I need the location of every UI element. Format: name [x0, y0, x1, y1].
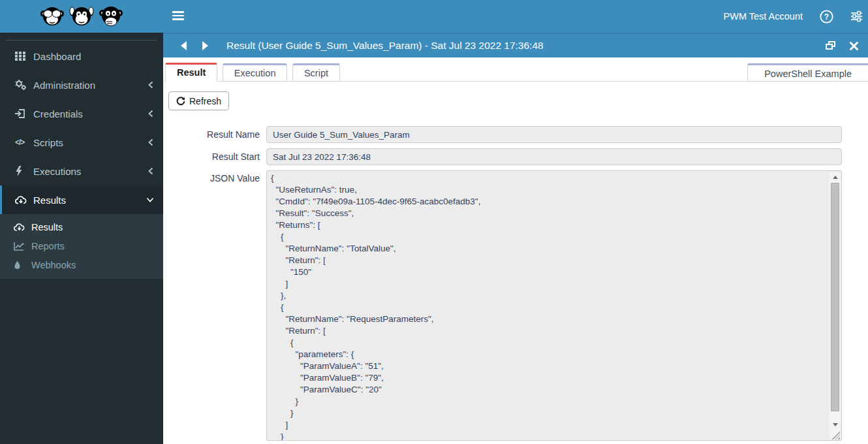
top-navbar: PWM Test Account ? — [163, 0, 868, 33]
chevron-left-icon — [147, 81, 154, 89]
close-icon[interactable] — [849, 41, 859, 51]
tab-script[interactable]: Script — [292, 63, 340, 82]
result-start-field[interactable] — [266, 148, 842, 165]
sidebar-divider — [6, 40, 157, 40]
result-start-row: Result Start — [163, 148, 868, 165]
chart-line-icon — [14, 242, 31, 251]
submenu-item-label: Webhooks — [31, 260, 76, 270]
sidebar: Dashboard Administration — [0, 0, 163, 444]
tab-result[interactable]: Result — [165, 63, 217, 82]
account-menu[interactable]: PWM Test Account — [724, 11, 803, 22]
sidebar-item-label: Administration — [33, 80, 95, 91]
cloud-download-icon — [14, 223, 31, 232]
submenu-item-webhooks[interactable]: Webhooks — [0, 255, 163, 274]
refresh-label: Refresh — [189, 96, 221, 106]
json-value-row: JSON Value { "UseReturnAs": true, "CmdId… — [163, 170, 868, 441]
sidebar-item-executions[interactable]: Executions — [0, 157, 163, 185]
submenu-item-reports[interactable]: Reports — [0, 236, 163, 255]
sidebar-item-label: Dashboard — [33, 51, 81, 62]
json-value-label: JSON Value — [163, 170, 266, 441]
results-submenu: Results Reports Webhooks — [0, 214, 163, 279]
app-window: Dashboard Administration — [0, 0, 868, 444]
result-window-titlebar: Result (User Guide 5_Sum_Values_Param) -… — [163, 33, 868, 57]
scroll-down-icon[interactable] — [829, 419, 841, 430]
sidebar-item-label: Scripts — [33, 137, 63, 148]
code-icon: </> — [15, 138, 33, 147]
brand-logo[interactable] — [0, 0, 163, 33]
tabs-row: Result Execution Script PowerShell Examp… — [163, 63, 868, 82]
question-circle-icon[interactable]: ? — [820, 10, 833, 24]
restore-window-icon[interactable] — [826, 41, 836, 50]
sidebar-item-dashboard[interactable]: Dashboard — [0, 42, 163, 71]
result-name-row: Result Name — [163, 126, 868, 143]
result-name-label: Result Name — [163, 126, 266, 143]
hear-no-evil-monkey-icon — [68, 3, 95, 29]
scrollbar-thumb[interactable] — [831, 183, 839, 411]
tab-powershell-example[interactable]: PowerShell Example — [747, 63, 868, 82]
json-value-text[interactable]: { "UseReturnAs": true, "CmdId": "7f49e09… — [267, 171, 829, 440]
sidebar-item-label: Credentials — [33, 108, 83, 119]
sidebar-item-administration[interactable]: Administration — [0, 71, 163, 99]
bolt-icon — [15, 166, 33, 176]
sign-in-icon — [15, 108, 33, 119]
svg-text:?: ? — [824, 12, 829, 22]
result-start-label: Result Start — [163, 148, 266, 165]
refresh-button[interactable]: Refresh — [168, 91, 229, 110]
resize-grip[interactable] — [832, 432, 840, 439]
sidebar-item-scripts[interactable]: </> Scripts — [0, 128, 163, 157]
caret-left-icon[interactable] — [181, 41, 187, 50]
chevron-left-icon — [147, 138, 154, 146]
result-panel: Result Execution Script PowerShell Examp… — [163, 57, 868, 444]
tab-execution[interactable]: Execution — [223, 63, 288, 82]
vertical-scrollbar — [829, 172, 841, 439]
submenu-item-label: Reports — [31, 241, 65, 251]
chevron-left-icon — [147, 167, 154, 175]
sidebar-item-label: Results — [33, 195, 66, 206]
chevron-left-icon — [147, 110, 154, 118]
result-form: Result Name Result Start JSON Value { "U… — [163, 126, 868, 444]
hamburger-icon[interactable] — [172, 11, 184, 22]
droplet-icon — [14, 261, 31, 270]
cloud-download-icon — [15, 195, 33, 205]
speak-no-evil-monkey-icon — [97, 3, 125, 29]
window-title: Result (User Guide 5_Sum_Values_Param) -… — [226, 40, 544, 52]
caret-right-icon[interactable] — [202, 41, 208, 50]
refresh-icon — [176, 97, 185, 106]
submenu-item-label: Results — [31, 222, 63, 232]
sidebar-item-results[interactable]: Results — [0, 185, 163, 214]
result-name-field[interactable] — [266, 126, 842, 143]
json-value-field[interactable]: { "UseReturnAs": true, "CmdId": "7f49e09… — [266, 170, 842, 441]
sidebar-item-credentials[interactable]: Credentials — [0, 99, 163, 128]
submenu-item-results[interactable]: Results — [0, 217, 163, 236]
sidebar-item-label: Executions — [33, 166, 81, 177]
scroll-up-icon[interactable] — [829, 172, 841, 182]
grid-icon — [15, 51, 33, 61]
gears-icon — [15, 80, 33, 90]
chevron-down-icon — [146, 197, 154, 203]
see-no-evil-monkey-icon — [39, 3, 66, 29]
sliders-icon[interactable] — [850, 10, 863, 22]
